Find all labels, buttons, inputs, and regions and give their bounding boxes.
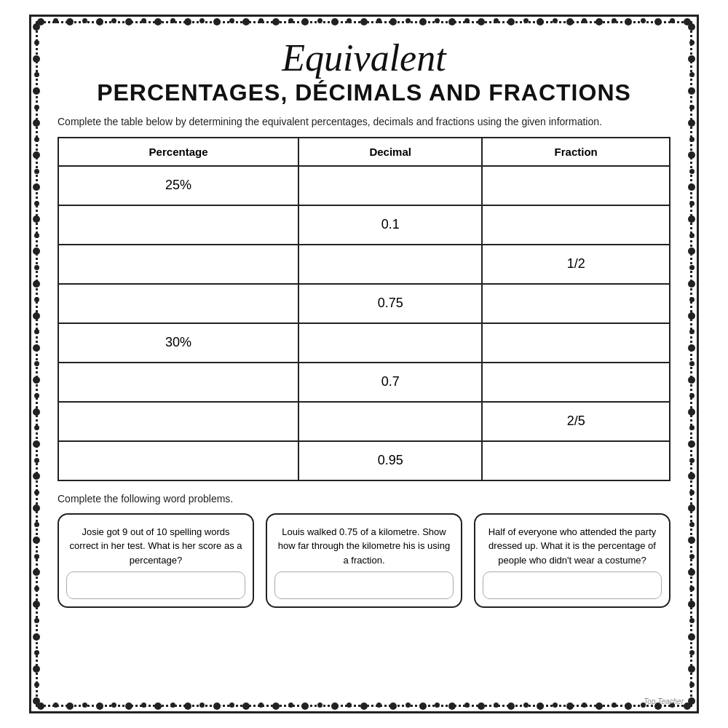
table-cell-r6-c0 (58, 402, 298, 441)
table-cell-r4-c0: 30% (58, 323, 298, 363)
table-cell-r7-c0 (58, 441, 298, 480)
table-row: 30% (58, 323, 670, 363)
word-problem-text-3: Half of everyone who attended the party … (488, 526, 657, 566)
col-header-fraction: Fraction (482, 138, 670, 166)
table-cell-r6-c1 (298, 402, 482, 441)
word-problem-card-1: Josie got 9 out of 10 spelling words cor… (58, 513, 254, 608)
worksheet-page: Equivalent PERCENTAGES, DÉCIMALS AND FRA… (29, 15, 699, 713)
table-cell-r3-c0 (58, 284, 298, 323)
instructions-text: Complete the table below by determining … (58, 114, 670, 130)
table-row: 0.1 (58, 205, 670, 245)
title-cursive: Equivalent (58, 37, 670, 79)
word-problem-card-3: Half of everyone who attended the party … (474, 513, 670, 608)
table-cell-r2-c1 (298, 245, 482, 284)
table-row: 25% (58, 166, 670, 205)
table-cell-r0-c2 (482, 166, 670, 205)
equivalents-table: Percentage Decimal Fraction 25%0.11/20.7… (58, 137, 670, 481)
table-cell-r0-c0: 25% (58, 166, 298, 205)
table-row: 0.95 (58, 441, 670, 480)
table-row: 1/2 (58, 245, 670, 284)
word-problem-text-1: Josie got 9 out of 10 spelling words cor… (70, 526, 242, 566)
table-cell-r2-c0 (58, 245, 298, 284)
col-header-decimal: Decimal (298, 138, 482, 166)
table-cell-r2-c2: 1/2 (482, 245, 670, 284)
table-cell-r5-c1: 0.7 (298, 363, 482, 402)
word-problems-row: Josie got 9 out of 10 spelling words cor… (58, 513, 670, 608)
title-section: Equivalent PERCENTAGES, DÉCIMALS AND FRA… (58, 37, 670, 107)
table-cell-r0-c1 (298, 166, 482, 205)
table-cell-r6-c2: 2/5 (482, 402, 670, 441)
table-cell-r7-c1: 0.95 (298, 441, 482, 480)
table-cell-r1-c1: 0.1 (298, 205, 482, 245)
word-problem-text-2: Louis walked 0.75 of a kilometre. Show h… (278, 526, 450, 566)
col-header-percentage: Percentage (58, 138, 298, 166)
table-cell-r1-c0 (58, 205, 298, 245)
table-row: 0.7 (58, 363, 670, 402)
table-row: 0.75 (58, 284, 670, 323)
table-cell-r3-c2 (482, 284, 670, 323)
table-cell-r4-c1 (298, 323, 482, 363)
table-cell-r3-c1: 0.75 (298, 284, 482, 323)
word-problems-label: Complete the following word problems. (58, 493, 670, 505)
answer-box-1 (66, 571, 245, 599)
table-cell-r5-c2 (482, 363, 670, 402)
table-cell-r7-c2 (482, 441, 670, 480)
branding-label: Top Teacher (644, 697, 684, 705)
answer-box-2 (274, 571, 454, 599)
table-cell-r5-c0 (58, 363, 298, 402)
title-bold: PERCENTAGES, DÉCIMALS AND FRACTIONS (58, 79, 670, 106)
answer-box-3 (483, 571, 662, 599)
table-row: 2/5 (58, 402, 670, 441)
table-cell-r4-c2 (482, 323, 670, 363)
table-cell-r1-c2 (482, 205, 670, 245)
word-problem-card-2: Louis walked 0.75 of a kilometre. Show h… (266, 513, 462, 608)
